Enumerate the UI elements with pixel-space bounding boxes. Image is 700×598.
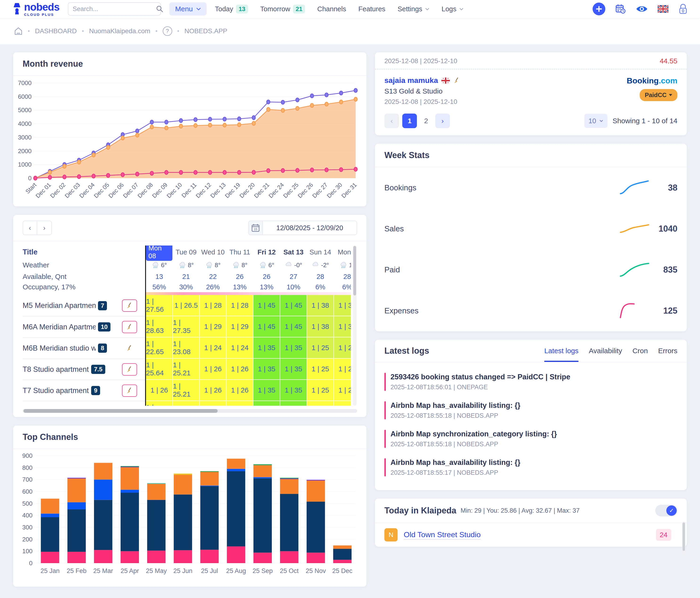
property-name[interactable]: M6A Meridian Apartme — [23, 323, 96, 331]
calendar-cell[interactable]: 1 | 27.56 — [146, 295, 172, 316]
calendar-cell[interactable]: 1 | 27 — [227, 401, 253, 406]
tab-availability[interactable]: Availability — [589, 340, 622, 361]
calendar-cell[interactable]: 1 | 26 — [200, 380, 226, 401]
calendar-cell[interactable]: 1 | 45 — [253, 316, 280, 337]
calendar-cell[interactable]: 1 | 25 — [307, 337, 333, 358]
calendar-cell[interactable]: 1 | 27.35 — [173, 316, 199, 337]
calendar-cell[interactable]: 1 | 26 — [227, 359, 253, 379]
breadcrumb-app[interactable]: NOBEDS.APP — [184, 27, 227, 35]
day-header[interactable]: Sun 14 — [307, 245, 333, 259]
search-input[interactable] — [73, 5, 156, 13]
calendar-cell[interactable]: 1 | 38 — [334, 316, 351, 337]
day-header[interactable]: Wed 10 — [200, 245, 226, 259]
calendar-cell[interactable]: 1 | 25 — [334, 380, 351, 401]
property-name[interactable]: T7 Studio apartment — [23, 386, 89, 395]
booking-com-logo[interactable]: Booking.com — [627, 76, 677, 85]
calendar-cell[interactable]: 1 | 25 — [334, 401, 351, 406]
calendar-cell[interactable]: 1 | 38 — [307, 295, 333, 316]
nav-item-settings[interactable]: Settings — [398, 5, 429, 13]
calendar-cell[interactable]: 1 | 35 — [253, 337, 280, 358]
menu-button[interactable]: Menu — [169, 2, 206, 16]
calendar-cell[interactable]: 1 | 30 — [280, 401, 307, 406]
nav-item-features[interactable]: Features — [358, 5, 385, 13]
calendar-cell[interactable]: 1 | 25.21 — [173, 380, 199, 401]
calendar-cell[interactable]: 1 | 25.64 — [146, 359, 172, 379]
per-page-select[interactable]: 10 — [584, 114, 607, 128]
calendar-cell[interactable]: 1 | 35 — [253, 380, 280, 401]
tab-errors[interactable]: Errors — [658, 340, 677, 361]
broom-button[interactable] — [122, 300, 137, 312]
calendar-cell[interactable]: 1 | 24 — [227, 337, 253, 358]
calendar-cell[interactable]: 1 | 35 — [280, 380, 307, 401]
calendar-cell[interactable]: 1 | 28 — [227, 295, 253, 316]
calendar-cell[interactable]: 1 | 27 — [200, 401, 226, 406]
breadcrumb-site[interactable]: NuomaKlaipeda.com — [89, 27, 150, 35]
calendar-cell[interactable]: 1 | 26 — [200, 359, 226, 379]
calendar-cell[interactable]: 1 | 26 — [146, 380, 172, 401]
lock-icon[interactable] — [678, 3, 688, 15]
property-name[interactable]: M5 Meridian Apartment — [23, 301, 96, 310]
calendar-vertical-scrollbar[interactable] — [353, 245, 357, 406]
calendar-cell[interactable]: 1 | 28 — [200, 295, 226, 316]
today-scrollbar[interactable] — [682, 522, 685, 556]
calendar-cell[interactable]: 1 | 22.65 — [146, 337, 172, 358]
calendar-horizontal-scrollbar[interactable] — [23, 409, 357, 413]
calendar-cell[interactable]: 1 | 29 — [200, 316, 226, 337]
date-range-input[interactable]: 12/08/2025 - 12/09/20 — [263, 220, 357, 235]
calendar-cell[interactable]: 1 | 25 — [307, 380, 333, 401]
calendar-cell[interactable]: 1 | 38 — [334, 295, 351, 316]
property-name[interactable]: T8 Studio apartment — [23, 365, 89, 374]
day-header[interactable]: Tue 09 — [173, 245, 199, 259]
eye-icon[interactable] — [636, 5, 648, 13]
day-header[interactable]: Mon 08 — [146, 245, 172, 259]
calendar-cell[interactable]: 1 | 24 — [200, 337, 226, 358]
calendar-clock-icon[interactable] — [615, 3, 626, 15]
payment-status-button[interactable]: PaidCC — [640, 89, 677, 101]
calendar-cell[interactable]: 1 | 28.63 — [146, 316, 172, 337]
calendar-cell[interactable]: 1 | 23.08 — [173, 337, 199, 358]
calendar-cell[interactable]: 1 | 45 — [280, 295, 307, 316]
calendar-15-icon[interactable]: 15 — [248, 220, 263, 235]
page-next-button[interactable]: › — [435, 114, 450, 128]
calendar-cell[interactable]: 1 | 45 — [280, 316, 307, 337]
day-header[interactable]: Mon 1 — [334, 245, 351, 259]
search-icon[interactable] — [156, 5, 164, 13]
breadcrumb-dashboard[interactable]: DASHBOARD — [35, 27, 77, 35]
nav-item-channels[interactable]: Channels — [317, 5, 346, 13]
guest-name-link[interactable]: sajaia mamuka — [384, 76, 438, 85]
broom-button[interactable] — [122, 321, 137, 333]
calendar-cell[interactable]: 1 | 29 — [227, 316, 253, 337]
language-flag-icon[interactable] — [658, 5, 669, 13]
calendar-cell[interactable]: 1 | 25 — [307, 359, 333, 379]
unit-link[interactable]: Old Town Street Studio — [404, 530, 481, 539]
calendar-cell[interactable]: 1 | 26.71 — [146, 401, 172, 406]
calendar-cell[interactable]: 1 | 26 — [227, 380, 253, 401]
day-header[interactable]: Thu 11 — [227, 245, 253, 259]
calendar-cell[interactable]: 1 | 25 — [334, 337, 351, 358]
tab-latest-logs[interactable]: Latest logs — [544, 340, 578, 361]
home-icon[interactable] — [14, 27, 23, 35]
calendar-cell[interactable]: 1 | 26.5 — [173, 295, 199, 316]
calendar-cell[interactable]: 1 | 38 — [307, 316, 333, 337]
calendar-cell[interactable]: 1 | 25 — [334, 359, 351, 379]
help-icon[interactable]: ? — [163, 26, 172, 36]
page-1-button[interactable]: 1 — [402, 114, 417, 128]
broom-button[interactable] — [122, 385, 137, 397]
day-header[interactable]: Sat 13 — [280, 245, 307, 259]
property-name[interactable]: M6B Meridian studio wit — [23, 344, 96, 353]
nav-item-today[interactable]: Today13 — [215, 5, 248, 14]
brand-logo[interactable]: nobeds CLOUD PLUS — [12, 2, 59, 16]
nav-item-tomorrow[interactable]: Tomorrow21 — [260, 5, 305, 14]
broom-button[interactable] — [122, 406, 137, 406]
calendar-cell[interactable]: 1 | 35 — [280, 337, 307, 358]
calendar-next-button[interactable]: › — [37, 220, 52, 235]
page-2-button[interactable]: 2 — [420, 114, 432, 128]
calendar-prev-button[interactable]: ‹ — [23, 220, 37, 235]
add-button[interactable] — [593, 3, 605, 15]
nav-item-logs[interactable]: Logs — [442, 5, 464, 13]
calendar-cell[interactable]: 1 | 25.21 — [173, 359, 199, 379]
broom-button[interactable] — [122, 363, 137, 376]
page-prev-button[interactable]: ‹ — [384, 114, 399, 128]
tab-cron[interactable]: Cron — [632, 340, 648, 361]
day-header[interactable]: Fri 12 — [253, 245, 280, 259]
